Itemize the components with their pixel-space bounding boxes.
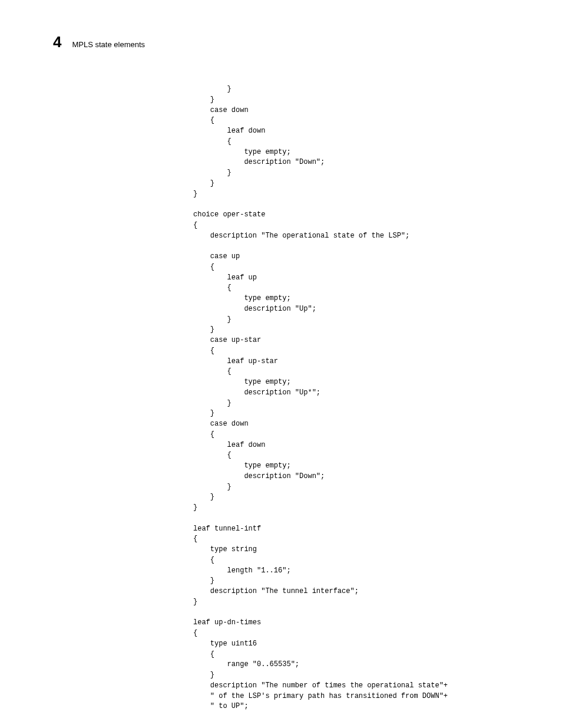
page: 4 MPLS state elements } } case down { le…	[0, 0, 562, 728]
chapter-title: MPLS state elements	[72, 40, 145, 49]
code-block: } } case down { leaf down { type empty; …	[0, 84, 562, 712]
chapter-number: 4	[53, 33, 61, 51]
page-header: 4 MPLS state elements	[0, 33, 562, 51]
